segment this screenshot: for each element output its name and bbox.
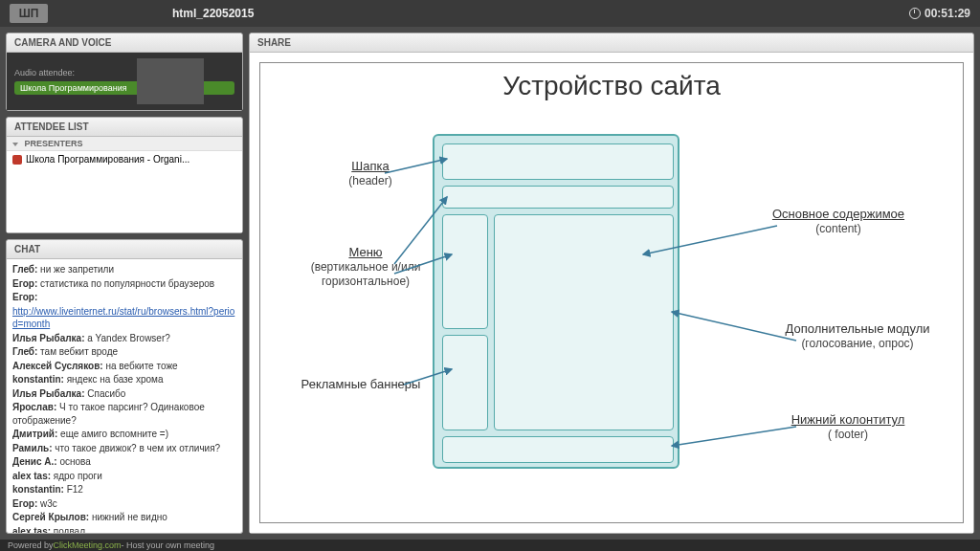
timer: 00:51:29 [909,7,970,20]
callout-menu-sub: (вертикальное и/или горизонтальное) [289,260,442,289]
footer-bar: Powered by ClickMeeting.com - Host your … [0,540,980,551]
chat-link[interactable]: http://www.liveinternet.ru/stat/ru/brows… [12,306,234,330]
chat-line: Глеб: там вебкит вроде [12,345,236,359]
chat-line: konstantin: яндекс на базе хрома [12,373,236,386]
logo: ШП [10,4,48,23]
callout-header-sub: (header) [318,174,423,188]
user-icon [12,155,22,165]
chat-line: Егор: [12,291,236,304]
attendee-header: ATTENDEE LIST [7,118,242,137]
chat-line: Илья Рыбалка: Спасибо [12,387,236,401]
chat-line: alex tas: подвал [12,525,236,534]
attendee-name: Школа Программирования - Organi... [26,154,189,165]
presenters-label: PRESENTERS [25,139,83,148]
diagram-banner-block [442,335,488,430]
chat-line: http://www.liveinternet.ru/stat/ru/brows… [12,305,236,331]
chat-line: alex tas: ядро проги [12,470,236,483]
callout-banner-title: Рекламные баннеры [279,377,442,392]
diagram-menu-vertical-block [442,214,488,329]
attendee-panel: ATTENDEE LIST PRESENTERS Школа Программи… [6,117,243,233]
camera-header: CAMERA AND VOICE [7,33,242,53]
footer-prefix: Powered by [8,540,54,550]
attendee-item[interactable]: Школа Программирования - Organi... [7,151,242,167]
callout-modules-sub: (голосование, опрос) [771,337,944,351]
layout-diagram [433,134,679,469]
callout-content: Основное содержимое (content) [743,207,934,236]
share-body: Устройство сайта Шапка [250,53,973,533]
callout-modules-title: Дополнительные модули [771,321,944,337]
callout-content-sub: (content) [743,222,934,236]
callout-header: Шапка (header) [318,159,423,188]
chat-header: CHAT [7,240,242,259]
callout-modules: Дополнительные модули (голосование, опро… [771,321,944,351]
footer-suffix: - Host your own meeting [122,540,215,550]
chat-body[interactable]: Глеб: ни же запретилиЕгор: статистика по… [7,259,242,533]
top-bar: ШП html_22052015 00:51:29 [0,0,980,27]
chat-line: Рамиль: что такое движок? в чем их отлич… [12,442,236,455]
chat-line: konstantin: F12 [12,483,236,496]
chat-line: Илья Рыбалка: а Yandex Browser? [12,332,236,345]
camera-body: Audio attendee: Школа Программирования [7,53,242,110]
chat-line: Алексей Сусляков: на вебките тоже [12,360,236,373]
footer-brand-link[interactable]: ClickMeeting.com [54,540,122,550]
callout-footer: Нижний колонтитул ( footer) [762,412,934,442]
diagram-content-block [494,214,674,430]
camera-panel: CAMERA AND VOICE Audio attendee: Школа П… [6,33,243,111]
slide: Устройство сайта Шапка [259,62,964,523]
callout-content-title: Основное содержимое [743,207,934,222]
callout-footer-title: Нижний колонтитул [762,412,934,428]
chat-line: Дмитрий: еще амиго вспомните =) [12,428,236,441]
chat-line: Егор: статистика по популярности браузер… [12,277,236,291]
chat-panel: CHAT Глеб: ни же запретилиЕгор: статисти… [6,239,243,534]
chevron-down-icon [12,143,18,146]
diagram-footer-block [442,436,674,463]
clock-icon [909,8,921,19]
chat-line: Денис А.: основа [12,455,236,469]
chat-line: Сергей Крылов: нижний не видно [12,511,236,524]
callout-menu: Меню (вертикальное и/или горизонтальное) [289,245,442,289]
room-title: html_22052015 [172,7,254,20]
share-panel: SHARE Устройство сайта [249,33,974,534]
presenters-section[interactable]: PRESENTERS [7,137,242,151]
diagram-menu-horizontal-block [442,186,674,209]
callout-header-title: Шапка [318,159,423,174]
callout-banner: Рекламные баннеры [279,377,442,392]
timer-value: 00:51:29 [924,7,970,20]
diagram-header-block [442,143,674,180]
camera-thumbnail[interactable] [137,58,204,104]
callout-footer-sub: ( footer) [762,428,934,442]
slide-title: Устройство сайта [279,71,944,101]
callout-menu-title: Меню [289,245,442,260]
chat-line: Ярослав: Ч то такое парсинг? Одинаковое … [12,401,236,427]
chat-line: Глеб: ни же запретили [12,263,236,276]
chat-line: Егор: w3c [12,497,236,511]
share-header: SHARE [250,33,973,53]
